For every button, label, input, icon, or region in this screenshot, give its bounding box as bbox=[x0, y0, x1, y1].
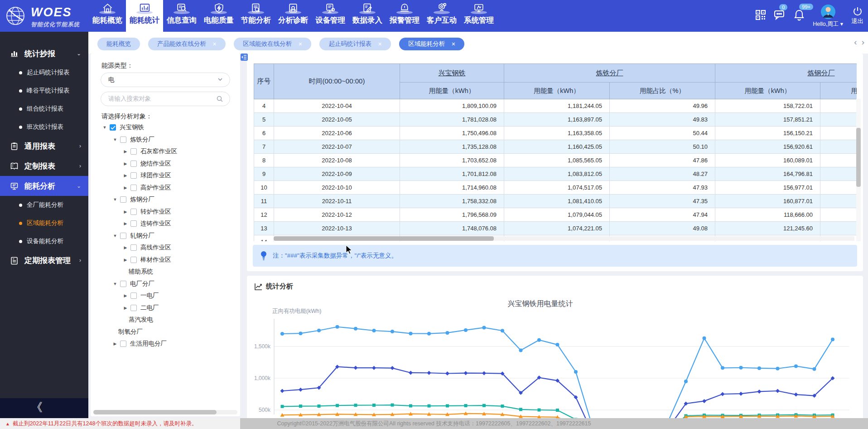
tree-checkbox[interactable] bbox=[120, 233, 126, 239]
nav-item-6[interactable]: 分析诊断 bbox=[275, 0, 312, 32]
tree-node-16[interactable]: ▶二电厂 bbox=[91, 302, 240, 314]
tree-node-11[interactable]: ▶高线作业区 bbox=[91, 242, 240, 254]
tree-node-19[interactable]: ▶生活用电分厂 bbox=[91, 338, 240, 350]
tree-expand-arrow-icon[interactable]: ▼ bbox=[101, 125, 108, 130]
tree-collapse-arrow-icon[interactable]: ▶ bbox=[122, 149, 129, 154]
tree-expand-arrow-icon[interactable]: ▼ bbox=[112, 282, 118, 286]
tree-horizontal-scrollbar[interactable] bbox=[93, 410, 237, 414]
tree-checkbox[interactable] bbox=[130, 148, 137, 155]
tree-node-5[interactable]: ▶球团作业区 bbox=[91, 170, 240, 182]
nav-item-8[interactable]: 数据录入 bbox=[349, 0, 386, 32]
tree-collapse-arrow-icon[interactable]: ▶ bbox=[112, 341, 118, 346]
tree-checkbox[interactable] bbox=[120, 341, 126, 347]
sidebar-item-1-4[interactable]: 班次统计报表 bbox=[0, 118, 88, 136]
tree-collapse-arrow-icon[interactable]: ▶ bbox=[122, 293, 129, 298]
nav-item-2[interactable]: 能耗统计 bbox=[126, 0, 163, 32]
nav-item-9[interactable]: 报警管理 bbox=[386, 0, 423, 32]
tree-node-4[interactable]: ▶烧结作业区 bbox=[91, 158, 240, 170]
group-header-1[interactable]: 兴宝钢铁 bbox=[400, 64, 504, 83]
table-row[interactable]: 122022-10-121,796,568.091,079,044.0547.9… bbox=[254, 208, 857, 222]
tree-node-2[interactable]: ▼炼铁分厂 bbox=[91, 134, 240, 146]
tree-checkbox[interactable] bbox=[130, 292, 137, 299]
group-header-3[interactable]: 炼钢分厂 bbox=[715, 64, 857, 83]
tree-node-15[interactable]: ▶一电厂 bbox=[91, 290, 240, 302]
tab-3[interactable]: 区域能效在线分析✕ bbox=[234, 38, 311, 50]
tab-close-icon[interactable]: ✕ bbox=[298, 41, 302, 47]
table-horizontal-scrollbar[interactable] bbox=[274, 236, 854, 241]
nav-item-4[interactable]: 电能质量 bbox=[200, 0, 237, 32]
tree-node-8[interactable]: ▶转炉作业区 bbox=[91, 206, 240, 218]
table-row[interactable]: 92022-10-091,701,812.081,083,812.0548.27… bbox=[254, 167, 857, 181]
sidebar-item-1-3[interactable]: 组合统计报表 bbox=[0, 100, 88, 118]
sidebar-item-1-1[interactable]: 起止码统计报表 bbox=[0, 63, 88, 82]
tab-scroll-right-icon[interactable]: › bbox=[862, 37, 864, 47]
nav-item-11[interactable]: 系统管理 bbox=[460, 0, 497, 32]
tree-collapse-arrow-icon[interactable]: ▶ bbox=[122, 161, 129, 166]
logout-button[interactable]: 退出 bbox=[851, 6, 863, 25]
tab-close-icon[interactable]: ✕ bbox=[212, 41, 217, 47]
tree-node-7[interactable]: ▼炼钢分厂 bbox=[91, 194, 240, 206]
tree-node-12[interactable]: ▶棒材作业区 bbox=[91, 254, 240, 266]
tree-collapse-arrow-icon[interactable]: ▶ bbox=[122, 258, 129, 262]
search-input[interactable]: 请输入搜索对象 bbox=[101, 92, 230, 106]
tab-1[interactable]: 能耗概览 bbox=[97, 38, 140, 50]
tree-node-18[interactable]: 制氧分厂 bbox=[91, 326, 240, 338]
sidebar-group-4[interactable]: 能耗分析⌄ bbox=[0, 176, 88, 196]
tree-checkbox[interactable] bbox=[130, 209, 137, 215]
tree-expand-arrow-icon[interactable]: ▼ bbox=[112, 234, 118, 238]
line-chart[interactable]: 500k1,000k1,500k bbox=[247, 294, 863, 429]
tree-checkbox[interactable] bbox=[130, 305, 137, 311]
tree-checkbox[interactable] bbox=[130, 185, 137, 191]
tree-checkbox[interactable] bbox=[120, 136, 126, 143]
alerts-bell-icon[interactable]: 99+ bbox=[794, 9, 805, 23]
tree-collapse-arrow-icon[interactable]: ▶ bbox=[122, 210, 129, 214]
sidebar-group-5[interactable]: 定期报表管理› bbox=[0, 250, 88, 270]
sidebar-item-4-2[interactable]: 区域能耗分析 bbox=[0, 214, 88, 232]
tab-close-icon[interactable]: ✕ bbox=[451, 41, 455, 47]
tab-scroll-left-icon[interactable]: ‹ bbox=[854, 37, 857, 47]
tab-2[interactable]: 产品能效在线分析✕ bbox=[148, 38, 226, 50]
table-row[interactable]: 82022-10-081,703,652.081,085,565.0547.86… bbox=[254, 154, 857, 167]
sidebar-group-3[interactable]: 定制报表› bbox=[0, 156, 88, 176]
tab-close-icon[interactable]: ✕ bbox=[378, 41, 382, 47]
table-row[interactable]: 132022-10-131,748,076.081,074,221.0549.0… bbox=[254, 222, 857, 235]
group-header-2[interactable]: 炼铁分厂 bbox=[504, 64, 715, 83]
tree-node-14[interactable]: ▼电厂分厂 bbox=[91, 278, 240, 290]
table-row[interactable]: 52022-10-051,781,028.081,163,897.0549.83… bbox=[254, 113, 857, 127]
tree-expand-arrow-icon[interactable]: ▼ bbox=[112, 197, 118, 202]
tree-node-3[interactable]: ▶石灰窑作业区 bbox=[91, 146, 240, 158]
tree-checkbox[interactable] bbox=[110, 124, 116, 131]
table-row[interactable]: 62022-10-061,750,496.081,163,358.0550.44… bbox=[254, 127, 857, 140]
tree-node-10[interactable]: ▼轧钢分厂 bbox=[91, 230, 240, 242]
tab-5[interactable]: 区域能耗分析✕ bbox=[399, 38, 464, 50]
table-row[interactable]: 72022-10-071,735,128.081,160,425.0550.10… bbox=[254, 140, 857, 154]
tree-expand-arrow-icon[interactable]: ▼ bbox=[112, 137, 118, 142]
nav-item-3[interactable]: 信息查询 bbox=[163, 0, 200, 32]
sidebar-item-4-3[interactable]: 设备能耗分析 bbox=[0, 232, 88, 250]
nav-item-7[interactable]: 设备管理 bbox=[312, 0, 349, 32]
tree-collapse-arrow-icon[interactable]: ▶ bbox=[122, 173, 129, 178]
qrcode-icon[interactable] bbox=[756, 10, 766, 22]
tree-collapse-arrow-icon[interactable]: ▶ bbox=[122, 245, 129, 250]
tree-checkbox[interactable] bbox=[120, 196, 126, 203]
sidebar-item-4-1[interactable]: 全厂能耗分析 bbox=[0, 196, 88, 214]
nav-item-1[interactable]: 能耗概览 bbox=[89, 0, 126, 32]
tree-checkbox[interactable] bbox=[130, 172, 137, 179]
collapse-panel-icon[interactable] bbox=[241, 54, 248, 61]
sidebar-collapse-button[interactable]: 《 bbox=[0, 398, 88, 418]
tree-node-17[interactable]: 蒸汽发电 bbox=[91, 314, 240, 326]
table-row[interactable]: 102022-10-101,714,960.081,074,517.0547.9… bbox=[254, 181, 857, 195]
table-vertical-scrollbar[interactable] bbox=[856, 99, 861, 241]
tree-checkbox[interactable] bbox=[130, 161, 137, 167]
tree-checkbox[interactable] bbox=[130, 244, 137, 251]
table-row[interactable]: 42022-10-041,809,100.091,181,244.0549.96… bbox=[254, 99, 857, 113]
table-row[interactable]: 112022-10-111,758,332.081,081,410.0547.3… bbox=[254, 195, 857, 208]
user-menu[interactable]: Hello,周工 ▾ bbox=[813, 4, 843, 28]
tree-collapse-arrow-icon[interactable]: ▶ bbox=[122, 306, 129, 310]
tab-4[interactable]: 起止码统计报表✕ bbox=[319, 38, 391, 50]
tree-node-6[interactable]: ▶高炉作业区 bbox=[91, 182, 240, 194]
tree-node-1[interactable]: ▼兴宝钢铁 bbox=[91, 122, 240, 134]
energy-type-select[interactable]: 电 bbox=[101, 73, 230, 87]
tree-checkbox[interactable] bbox=[130, 257, 137, 263]
tree-collapse-arrow-icon[interactable]: ▶ bbox=[122, 221, 129, 226]
